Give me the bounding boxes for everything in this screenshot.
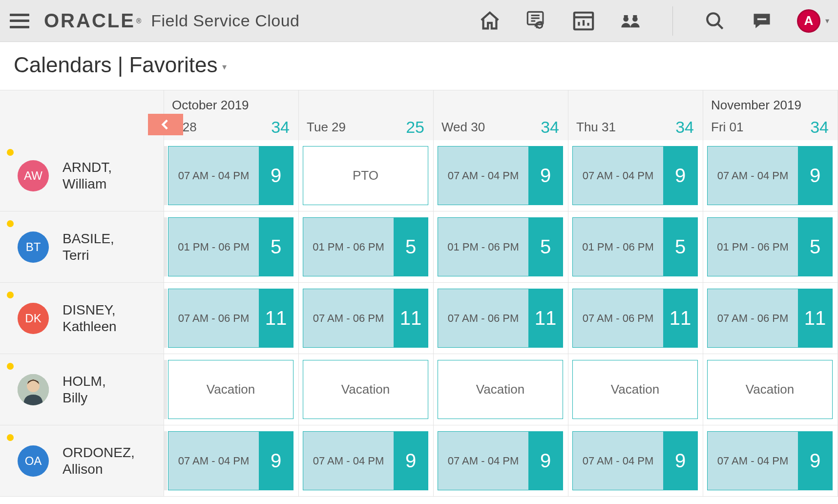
- shift-time-text: Vacation: [573, 360, 697, 419]
- shift-cell[interactable]: Vacation: [568, 354, 703, 425]
- brand-subtitle: Field Service Cloud: [151, 11, 299, 30]
- svg-rect-13: [633, 15, 637, 17]
- shift-time-text: 01 PM - 06 PM: [168, 218, 259, 276]
- shift-cell[interactable]: PTO: [299, 140, 434, 211]
- shift-time-text: 07 AM - 06 PM: [168, 289, 259, 347]
- shift-time: 07 AM - 04 PM9: [438, 431, 563, 490]
- page-title-text: Calendars | Favorites: [14, 53, 217, 77]
- shift-time: 01 PM - 06 PM5: [438, 217, 563, 276]
- shift-cell[interactable]: Vacation: [299, 354, 434, 425]
- shift-hours-badge: 5: [259, 218, 293, 276]
- shift-cell[interactable]: 07 AM - 04 PM9: [164, 140, 299, 211]
- resource-name: BASILE,Terri: [63, 231, 114, 263]
- home-icon[interactable]: [478, 9, 502, 33]
- shift-hours-badge: 9: [394, 432, 428, 490]
- caret-down-icon: ▾: [222, 62, 227, 72]
- shift-cell[interactable]: 07 AM - 04 PM9: [164, 425, 299, 497]
- shift-label-only: PTO: [303, 146, 428, 205]
- shift-time: 07 AM - 06 PM11: [303, 289, 428, 348]
- shift-cell[interactable]: 07 AM - 04 PM9: [434, 140, 568, 211]
- resource-cell[interactable]: BTBASILE,Terri: [0, 211, 164, 283]
- svg-rect-16: [757, 18, 766, 20]
- shift-cell[interactable]: 07 AM - 06 PM11: [299, 283, 434, 354]
- top-icons: A ▾: [478, 6, 829, 36]
- search-icon[interactable]: [703, 9, 727, 33]
- user-menu[interactable]: A ▾: [797, 9, 829, 33]
- month-label: [299, 90, 434, 114]
- shift-cell[interactable]: 07 AM - 04 PM9: [703, 140, 838, 211]
- svg-point-14: [707, 13, 719, 25]
- shift-cell[interactable]: 07 AM - 04 PM9: [568, 140, 703, 211]
- resource-name: DISNEY,Kathleen: [63, 302, 117, 335]
- shift-time-text: 07 AM - 04 PM: [708, 432, 798, 490]
- avatar-initials: DK: [18, 303, 49, 334]
- resource-name: HOLM,Billy: [63, 373, 106, 406]
- avatar-initials: BT: [18, 231, 49, 263]
- chat-icon[interactable]: [750, 9, 774, 33]
- day-header[interactable]: Thu 3134: [568, 114, 703, 140]
- prev-week-button[interactable]: [148, 114, 183, 135]
- shift-hours-badge: 9: [663, 147, 697, 205]
- shift-cell[interactable]: 07 AM - 06 PM11: [164, 283, 299, 354]
- day-header[interactable]: Fri 0134: [703, 114, 838, 140]
- shift-cell[interactable]: 07 AM - 04 PM9: [434, 425, 568, 497]
- shift-time-text: 07 AM - 04 PM: [708, 147, 798, 205]
- shift-cell[interactable]: 07 AM - 06 PM11: [434, 283, 568, 354]
- shift-cell[interactable]: Vacation: [434, 354, 568, 425]
- status-dot-icon: [7, 434, 14, 441]
- shift-cell[interactable]: 07 AM - 04 PM9: [703, 425, 838, 497]
- resource-cell[interactable]: AWARNDT,William: [0, 140, 164, 211]
- day-header[interactable]: Wed 3034: [434, 114, 568, 140]
- brand: ORACLE ® Field Service Cloud: [44, 10, 300, 32]
- shift-time-text: Vacation: [708, 360, 832, 419]
- shift-label-only: Vacation: [438, 360, 563, 419]
- resource-row: AWARNDT,William07 AM - 04 PM9PTO07 AM - …: [0, 140, 838, 211]
- day-header[interactable]: n 2834: [164, 114, 299, 140]
- svg-point-12: [632, 16, 638, 21]
- team-icon[interactable]: [619, 9, 642, 33]
- user-avatar: A: [797, 9, 820, 33]
- shift-cell[interactable]: 07 AM - 06 PM11: [703, 283, 838, 354]
- shift-time-text: 07 AM - 06 PM: [438, 289, 528, 347]
- shift-time: 07 AM - 04 PM9: [168, 431, 293, 490]
- shift-hours-badge: 9: [663, 432, 697, 490]
- shift-time-text: 01 PM - 06 PM: [438, 218, 528, 276]
- shift-cell[interactable]: 07 AM - 04 PM9: [299, 425, 434, 497]
- shift-cell[interactable]: 01 PM - 06 PM5: [703, 211, 838, 283]
- menu-button[interactable]: [10, 14, 29, 28]
- shift-time: 01 PM - 06 PM5: [168, 217, 293, 276]
- resource-row: HOLM,BillyVacationVacationVacationVacati…: [0, 354, 838, 425]
- shift-time-text: 07 AM - 04 PM: [573, 432, 663, 490]
- shift-time-text: 07 AM - 04 PM: [573, 147, 663, 205]
- shift-cell[interactable]: 01 PM - 06 PM5: [164, 211, 299, 283]
- shift-cell[interactable]: Vacation: [703, 354, 838, 425]
- day-header[interactable]: Tue 2925: [299, 114, 434, 140]
- status-dot-icon: [7, 149, 14, 156]
- month-header-row: October 2019 November 2019: [0, 90, 838, 114]
- avatar-initials: AW: [18, 160, 49, 191]
- caret-down-icon: ▾: [825, 16, 829, 25]
- shift-cell[interactable]: 07 AM - 06 PM11: [568, 283, 703, 354]
- shift-time-text: 07 AM - 06 PM: [303, 289, 394, 347]
- shift-time-text: 07 AM - 04 PM: [303, 432, 394, 490]
- shift-time: 07 AM - 04 PM9: [572, 146, 698, 205]
- shift-cell[interactable]: 01 PM - 06 PM5: [434, 211, 568, 283]
- resource-cell[interactable]: DKDISNEY,Kathleen: [0, 283, 164, 354]
- dashboard-icon[interactable]: [572, 9, 595, 33]
- shift-time: 07 AM - 04 PM9: [572, 431, 698, 490]
- shift-cell[interactable]: 07 AM - 04 PM9: [568, 425, 703, 497]
- svg-point-10: [623, 16, 628, 21]
- month-label: October 2019: [164, 90, 299, 114]
- shift-label-only: Vacation: [572, 360, 698, 419]
- resource-cell[interactable]: OAORDONEZ,Allison: [0, 425, 164, 497]
- shift-cell[interactable]: Vacation: [164, 354, 299, 425]
- shift-time: 07 AM - 04 PM9: [438, 146, 563, 205]
- shift-cell[interactable]: 01 PM - 06 PM5: [568, 211, 703, 283]
- page-title-dropdown[interactable]: Calendars | Favorites ▾: [0, 42, 838, 90]
- shift-cell[interactable]: 01 PM - 06 PM5: [299, 211, 434, 283]
- shift-hours-badge: 11: [259, 289, 293, 347]
- resource-row: OAORDONEZ,Allison07 AM - 04 PM907 AM - 0…: [0, 425, 838, 497]
- resource-cell[interactable]: HOLM,Billy: [0, 354, 164, 425]
- support-headset-icon[interactable]: [525, 9, 548, 33]
- shift-label-only: Vacation: [168, 360, 293, 419]
